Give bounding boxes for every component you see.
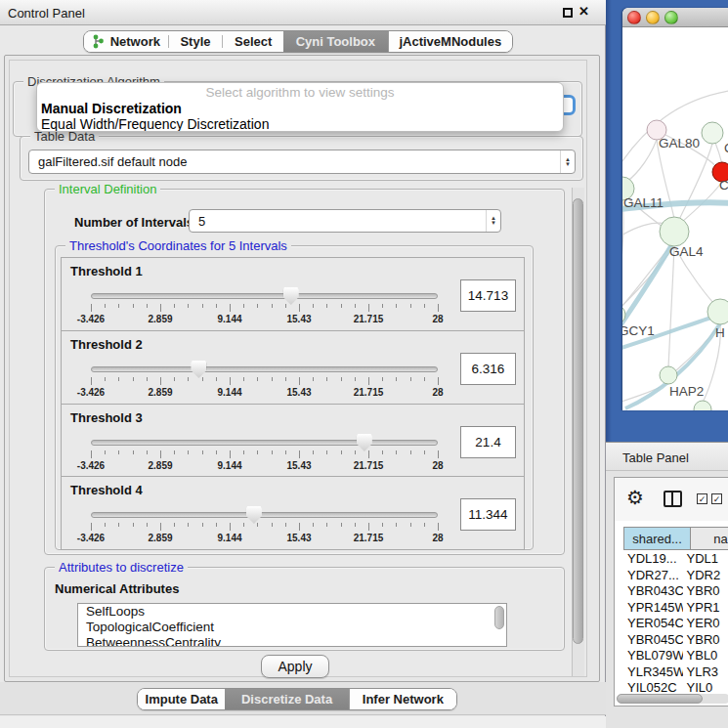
popup-item-equal-width[interactable]: Equal Width/Frequency Discretization <box>37 116 563 132</box>
threshold-2-slider[interactable] <box>91 366 438 372</box>
threshold-1-value-field[interactable]: 14.713 <box>460 279 516 312</box>
slider-thumb[interactable] <box>191 361 206 378</box>
split-columns-icon[interactable] <box>664 491 682 507</box>
table-row[interactable]: YBR045CYBR0 <box>623 632 728 649</box>
slider-thumb[interactable] <box>357 434 372 451</box>
network-edge[interactable] <box>715 143 722 164</box>
column-header-shared-name[interactable]: shared... <box>623 527 691 550</box>
attribute-list-item[interactable]: BetweennessCentrality <box>78 635 506 647</box>
slider-tick <box>202 523 203 527</box>
table-row[interactable]: YDR27...YDR2 <box>623 568 728 584</box>
network-node-label: HAP2 <box>669 384 704 399</box>
network-window-titlebar[interactable] <box>622 8 728 27</box>
table-row[interactable]: YLR345WYLR3 <box>623 664 728 681</box>
numerical-attributes-list[interactable]: SelfLoopsTopologicalCoefficientBetweenne… <box>77 603 507 647</box>
network-edge[interactable] <box>622 200 623 308</box>
vertical-scrollbar-thumb[interactable] <box>573 198 583 644</box>
close-icon[interactable]: ✕ <box>578 4 589 19</box>
tab-impute-data[interactable]: Impute Data <box>138 689 225 709</box>
tab-infer-network[interactable]: Infer Network <box>349 689 456 709</box>
table-row[interactable]: YBR043CYBR0 <box>623 583 728 600</box>
threshold-2-value-field[interactable]: 6.316 <box>460 353 516 385</box>
popup-item-manual-discretization[interactable]: Manual Discretization <box>37 101 563 116</box>
cell-shared-name[interactable]: YBR043C <box>623 583 683 600</box>
cell-shared-name[interactable]: YBL079W <box>623 648 683 664</box>
horizontal-scrollbar-track[interactable] <box>617 694 728 704</box>
cell-shared-name[interactable]: YPR145W <box>623 600 683 617</box>
network-edge[interactable] <box>623 140 657 184</box>
cell-name[interactable]: YBL0 <box>683 648 728 664</box>
table-row[interactable]: YER054CYER0 <box>623 616 728 632</box>
slider-tick <box>105 450 106 454</box>
cell-name[interactable]: YIL0 <box>683 680 728 692</box>
cell-name[interactable]: YPR1 <box>683 600 728 617</box>
cell-shared-name[interactable]: YDR27... <box>623 568 683 584</box>
tab-cyni-toolbox[interactable]: Cyni Toolbox <box>283 31 388 52</box>
network-node[interactable] <box>702 122 723 144</box>
network-node[interactable] <box>660 366 677 384</box>
checkbox-icon[interactable]: ✓ <box>711 493 722 504</box>
network-node[interactable] <box>660 217 689 246</box>
tab-network[interactable]: Network <box>84 31 168 52</box>
slider-tick <box>230 377 231 385</box>
network-canvas[interactable]: GAL80GACGAL11GAL4GCY1HHAP2 <box>622 27 728 410</box>
cell-name[interactable]: YBR0 <box>683 583 728 600</box>
slider-tick <box>285 523 286 527</box>
spinner-stepper-icon[interactable]: ▲▼ <box>486 210 500 232</box>
cell-shared-name[interactable]: YBR045C <box>623 632 683 649</box>
horizontal-scrollbar-thumb[interactable] <box>617 694 703 704</box>
number-of-intervals-spinner[interactable]: 5 ▲▼ <box>189 209 501 233</box>
cell-name[interactable]: YDL1 <box>683 551 728 568</box>
cell-name[interactable]: YER0 <box>683 616 728 632</box>
checkbox-icon[interactable]: ✓ <box>697 493 707 504</box>
cell-shared-name[interactable]: YIL052C <box>623 680 683 692</box>
threshold-4-value-field[interactable]: 11.344 <box>460 498 516 531</box>
network-node-label: C <box>719 178 728 193</box>
apply-button[interactable]: Apply <box>261 655 329 678</box>
cell-name[interactable]: YLR3 <box>683 664 728 681</box>
float-window-icon[interactable] <box>563 8 573 18</box>
network-node[interactable] <box>707 299 728 324</box>
cell-name[interactable]: YBR0 <box>683 632 728 649</box>
slider-tick <box>257 523 258 527</box>
table-row[interactable]: YIL052CYIL0 <box>623 680 728 692</box>
combobox-stepper-icon[interactable]: ▲▼ <box>560 150 575 173</box>
attribute-list-item[interactable]: TopologicalCoefficient <box>78 620 506 635</box>
minimize-traffic-light-icon[interactable] <box>646 11 660 24</box>
table-data-combobox[interactable]: galFiltered.sif default node ▲▼ <box>28 150 576 174</box>
network-edge[interactable] <box>679 144 712 220</box>
table-row[interactable]: YBL079WYBL0 <box>623 648 728 664</box>
cell-name[interactable]: YDR2 <box>683 568 728 584</box>
cell-shared-name[interactable]: YLR345W <box>623 664 683 681</box>
slider-tick <box>188 377 189 381</box>
threshold-1-slider[interactable] <box>91 293 438 299</box>
tab-discretize-data[interactable]: Discretize Data <box>225 689 348 709</box>
table-row[interactable]: YDL19...YDL1 <box>623 551 728 568</box>
tab-jactivemnodules[interactable]: jActiveMNodules <box>388 31 512 52</box>
cell-shared-name[interactable]: YDL19... <box>623 551 683 568</box>
slider-tick <box>216 523 217 527</box>
slider-tick <box>326 377 327 381</box>
zoom-traffic-light-icon[interactable] <box>664 11 678 24</box>
table-row[interactable]: YPR145WYPR1 <box>623 600 728 617</box>
gear-icon[interactable]: ⚙ <box>626 486 644 509</box>
attribute-list-item[interactable]: SelfLoops <box>78 604 506 620</box>
threshold-3-slider[interactable] <box>91 440 438 446</box>
slider-thumb[interactable] <box>246 506 262 524</box>
slider-tick <box>368 304 369 312</box>
threshold-4-slider[interactable] <box>91 512 438 518</box>
network-node-label: GAL80 <box>659 136 700 150</box>
tab-select[interactable]: Select <box>223 31 283 52</box>
tab-style[interactable]: Style <box>169 31 223 52</box>
slider-tick <box>341 304 342 308</box>
interval-definition-label: Interval Definition <box>55 182 160 196</box>
close-traffic-light-icon[interactable] <box>627 11 641 24</box>
cell-shared-name[interactable]: YER054C <box>623 616 683 632</box>
threshold-3-value-field[interactable]: 21.4 <box>460 426 516 458</box>
slider-tick <box>341 377 342 381</box>
column-header-name[interactable]: na <box>691 527 728 550</box>
slider-thumb[interactable] <box>283 287 299 305</box>
network-edge[interactable] <box>668 246 674 367</box>
list-scrollbar-thumb[interactable] <box>494 606 504 629</box>
network-node[interactable] <box>694 401 711 410</box>
